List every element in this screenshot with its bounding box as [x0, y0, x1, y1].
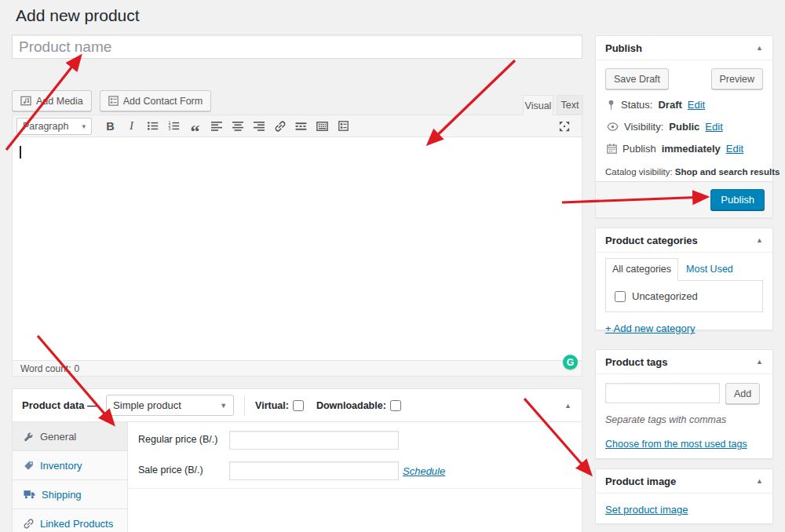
visual-tab-label: Visual	[525, 100, 552, 111]
read-more-button[interactable]	[291, 117, 311, 136]
read-more-icon	[295, 122, 307, 131]
product-name-input[interactable]	[12, 35, 582, 59]
fullscreen-icon	[559, 121, 570, 132]
bulleted-list-icon	[147, 121, 159, 131]
toolbar-toggle-icon	[316, 122, 328, 131]
fullscreen-button[interactable]	[554, 117, 574, 136]
tab-inventory[interactable]: Inventory	[13, 451, 127, 480]
categories-box-header[interactable]: Product categories ▲	[596, 228, 772, 253]
downloadable-checkbox[interactable]	[390, 400, 401, 411]
wrench-icon	[24, 432, 34, 442]
status-label: Status:	[621, 99, 652, 111]
uncategorized-checkbox[interactable]	[615, 291, 626, 302]
schedule-value: immediately	[662, 143, 721, 155]
product-type-select[interactable]: Simple product ▼	[106, 395, 234, 416]
text-tab-label: Text	[561, 100, 579, 111]
tab-general-label: General	[40, 431, 76, 443]
editor-content-area[interactable]: G	[13, 137, 582, 360]
general-fields: Regular price (B/.) Sale price (B/.) Sch…	[128, 422, 582, 489]
truck-icon	[24, 490, 35, 499]
product-categories-box: Product categories ▲ All categories Most…	[595, 228, 773, 330]
tab-shipping[interactable]: Shipping	[13, 480, 127, 509]
add-tag-button[interactable]: Add	[725, 383, 760, 404]
svg-text:3: 3	[169, 126, 171, 131]
add-new-category-link[interactable]: + Add new category	[605, 322, 696, 334]
tab-most-used[interactable]: Most Used	[678, 259, 741, 280]
collapse-toggle-icon[interactable]: ▲	[756, 236, 763, 244]
categories-box-title: Product categories	[605, 235, 698, 246]
tab-inventory-label: Inventory	[40, 460, 82, 472]
grammarly-badge[interactable]: G	[563, 355, 578, 370]
tags-hint: Separate tags with commas	[605, 414, 763, 425]
publish-box-header[interactable]: Publish ▲	[596, 36, 772, 60]
category-tabs: All categories Most Used	[605, 258, 763, 280]
sale-price-input[interactable]	[229, 461, 399, 480]
blockquote-button[interactable]: “	[185, 117, 205, 136]
word-count-label: Word count:	[20, 363, 71, 374]
numbered-list-button[interactable]: 123	[164, 117, 184, 136]
status-edit-link[interactable]: Edit	[688, 99, 705, 111]
product-data-body: General Inventory Shipping Linked Produc…	[13, 422, 582, 532]
schedule-edit-link[interactable]: Edit	[726, 143, 743, 155]
publish-box-body: Save Draft Preview Status: Draft Edit Vi…	[596, 60, 772, 195]
add-media-button[interactable]: Add Media	[12, 90, 92, 111]
align-right-button[interactable]	[249, 117, 268, 136]
add-new-product-page: Add new product Add Media Add Contact Fo…	[0, 0, 785, 532]
align-center-icon	[232, 122, 243, 131]
align-right-icon	[254, 122, 265, 131]
category-list-panel: Uncategorized	[605, 280, 763, 312]
image-box-body: Set product image	[596, 494, 772, 526]
grammarly-letter: G	[567, 357, 574, 368]
bulleted-list-button[interactable]	[143, 117, 162, 136]
choose-most-used-tags-link[interactable]: Choose from the most used tags	[605, 439, 747, 450]
pin-icon	[607, 100, 615, 111]
product-data-title: Product data —	[22, 399, 97, 411]
add-media-label: Add Media	[36, 96, 83, 107]
italic-button[interactable]: I	[122, 117, 141, 136]
visibility-edit-link[interactable]: Edit	[705, 121, 722, 133]
regular-price-input[interactable]	[229, 431, 399, 450]
align-left-button[interactable]	[206, 117, 226, 136]
schedule-link[interactable]: Schedule	[403, 465, 445, 477]
media-icon	[20, 96, 31, 106]
align-center-button[interactable]	[228, 117, 247, 136]
tab-linked-products[interactable]: Linked Products	[13, 509, 127, 532]
tags-input[interactable]	[605, 383, 720, 403]
insert-form-button[interactable]	[334, 117, 353, 136]
visibility-label: Visibility:	[624, 121, 663, 133]
tab-all-categories[interactable]: All categories	[605, 258, 678, 281]
bold-button[interactable]: B	[100, 117, 120, 136]
visibility-value: Public	[669, 121, 699, 133]
toolbar-toggle-button[interactable]	[312, 117, 332, 136]
save-draft-button[interactable]: Save Draft	[605, 68, 669, 89]
set-product-image-link[interactable]: Set product image	[605, 504, 688, 516]
categories-box-body: All categories Most Used Uncategorized +…	[596, 253, 772, 344]
product-data-panel: Product data — Simple product ▼ Virtual:…	[12, 388, 582, 532]
eye-icon	[607, 122, 619, 131]
virtual-checkbox[interactable]	[293, 400, 304, 411]
tags-box-header[interactable]: Product tags ▲	[596, 350, 772, 374]
image-box-header[interactable]: Product image ▲	[596, 469, 772, 494]
collapse-toggle-icon[interactable]: ▲	[756, 477, 763, 485]
uncategorized-label: Uncategorized	[632, 290, 698, 302]
collapse-toggle-icon[interactable]: ▲	[756, 358, 763, 366]
publish-button[interactable]: Publish	[710, 189, 765, 210]
insert-link-button[interactable]	[270, 117, 290, 136]
tab-visual[interactable]: Visual	[523, 95, 553, 115]
tab-text[interactable]: Text	[557, 95, 583, 115]
paragraph-format-select[interactable]: Paragraph ▾	[16, 118, 92, 135]
schedule-label: Publish	[623, 143, 656, 155]
collapse-toggle-icon[interactable]: ▲	[756, 44, 763, 52]
preview-button[interactable]: Preview	[711, 68, 763, 89]
tags-box-title: Product tags	[605, 356, 667, 368]
align-left-icon	[211, 122, 222, 131]
editor-toolbar: Paragraph ▾ B I 123 “	[13, 115, 582, 137]
regular-price-label: Regular price (B/.)	[138, 434, 217, 445]
chevron-down-icon: ▾	[82, 122, 86, 130]
status-value: Draft	[658, 99, 681, 111]
add-contact-form-button[interactable]: Add Contact Form	[100, 90, 211, 111]
collapse-toggle-icon[interactable]: ▲	[564, 402, 571, 410]
insert-form-icon	[338, 121, 349, 131]
tab-shipping-label: Shipping	[42, 489, 82, 501]
tab-general[interactable]: General	[13, 422, 127, 451]
